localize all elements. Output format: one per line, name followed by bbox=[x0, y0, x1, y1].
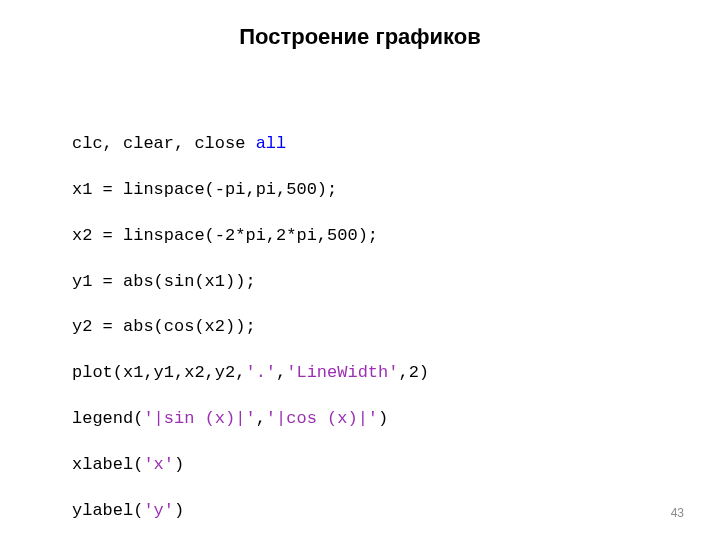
text: plot(x1,y1,x2,y2, bbox=[72, 363, 245, 382]
code-line-6: plot(x1,y1,x2,y2,'.','LineWidth',2) bbox=[72, 362, 429, 385]
text: ylabel( bbox=[72, 501, 143, 520]
string-literal: 'y' bbox=[143, 501, 174, 520]
code-line-2: x1 = linspace(-pi,pi,500); bbox=[72, 179, 429, 202]
slide-title: Построение графиков bbox=[0, 24, 720, 50]
code-block: clc, clear, close all x1 = linspace(-pi,… bbox=[72, 110, 429, 540]
code-line-3: x2 = linspace(-2*pi,2*pi,500); bbox=[72, 225, 429, 248]
string-literal: 'LineWidth' bbox=[286, 363, 398, 382]
text: ) bbox=[378, 409, 388, 428]
string-literal: '|sin (x)|' bbox=[143, 409, 255, 428]
text: ) bbox=[174, 501, 184, 520]
string-literal: '.' bbox=[245, 363, 276, 382]
text: clc, clear, close bbox=[72, 134, 256, 153]
code-line-7: legend('|sin (x)|','|cos (x)|') bbox=[72, 408, 429, 431]
code-line-1: clc, clear, close all bbox=[72, 133, 429, 156]
text: legend( bbox=[72, 409, 143, 428]
text: ,2) bbox=[398, 363, 429, 382]
code-line-9: ylabel('y') bbox=[72, 500, 429, 523]
string-literal: '|cos (x)|' bbox=[266, 409, 378, 428]
page-number: 43 bbox=[671, 506, 684, 520]
text: , bbox=[276, 363, 286, 382]
code-line-5: y2 = abs(cos(x2)); bbox=[72, 316, 429, 339]
code-line-8: xlabel('x') bbox=[72, 454, 429, 477]
string-literal: 'x' bbox=[143, 455, 174, 474]
keyword-all: all bbox=[256, 134, 287, 153]
code-line-4: y1 = abs(sin(x1)); bbox=[72, 271, 429, 294]
text: ) bbox=[174, 455, 184, 474]
text: xlabel( bbox=[72, 455, 143, 474]
text: , bbox=[256, 409, 266, 428]
